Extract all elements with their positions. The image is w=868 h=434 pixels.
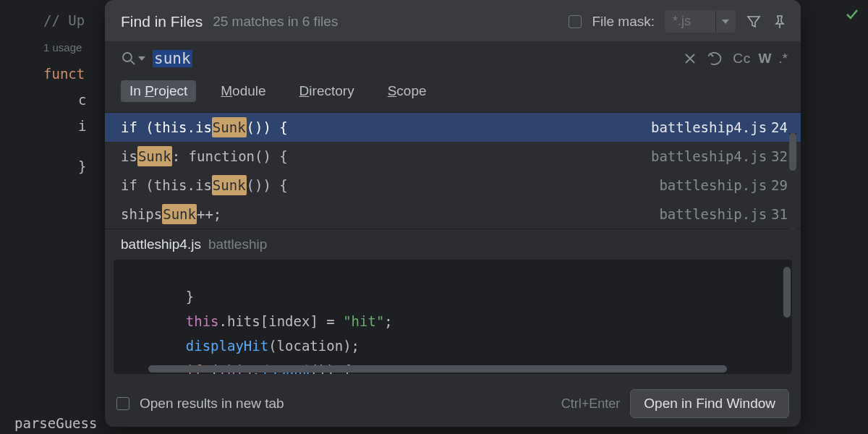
bg-funct: funct: [43, 66, 85, 82]
search-icon[interactable]: [121, 51, 145, 67]
open-in-find-window-button[interactable]: Open in Find Window: [630, 389, 789, 418]
open-in-new-tab-label: Open results in new tab: [140, 396, 284, 412]
search-row: sunk Cc W .*: [105, 41, 801, 72]
result-file: battleship4.js: [651, 117, 767, 137]
bg-line-i: i: [78, 118, 86, 134]
file-mask-combo[interactable]: [665, 10, 736, 33]
whole-word-toggle[interactable]: W: [758, 51, 771, 67]
result-line: 31: [771, 204, 788, 224]
scope-tabs: In Project Module Directory Scope: [105, 72, 801, 112]
result-code: if (this.isSunk()) {: [121, 175, 659, 195]
preview-path: battleship: [208, 237, 267, 252]
result-file: battleship.js: [659, 175, 767, 195]
bg-parseguess: parseGuess: [14, 415, 97, 431]
result-code: if (this.isSunk()) {: [121, 117, 651, 137]
tab-in-project[interactable]: In Project: [121, 80, 196, 102]
results-scrollbar[interactable]: [789, 133, 796, 239]
preview-pane[interactable]: } this.hits[index] = "hit"; displayHit(l…: [114, 260, 792, 374]
svg-line-1: [131, 61, 135, 64]
result-code: isSunk: function() {: [121, 146, 651, 166]
file-mask-label: File mask:: [592, 14, 655, 30]
result-line: 29: [771, 175, 788, 195]
dialog-subtitle: 25 matches in 6 files: [213, 14, 338, 30]
preview-gutter: [114, 260, 141, 374]
bg-line-c: c: [78, 92, 86, 108]
result-row[interactable]: if (this.isSunk()) {battleship.js29: [105, 171, 801, 200]
file-mask-checkbox[interactable]: [569, 15, 582, 28]
search-input[interactable]: sunk: [153, 50, 673, 67]
search-query: sunk: [153, 50, 192, 67]
result-row[interactable]: shipsSunk++;battleship.js31: [105, 200, 801, 229]
preview-scrollbar-vertical[interactable]: [783, 267, 791, 318]
result-file: battleship.js: [659, 204, 767, 224]
regex-toggle[interactable]: .*: [778, 51, 788, 67]
find-in-files-dialog: Find in Files 25 matches in 6 files File…: [105, 0, 801, 427]
history-icon[interactable]: [707, 52, 726, 65]
result-row[interactable]: if (this.isSunk()) {battleship4.js24: [105, 113, 801, 142]
result-file: battleship4.js: [651, 146, 767, 166]
bg-usage: 1 usage: [43, 41, 82, 54]
svg-point-0: [123, 53, 132, 61]
dialog-bottom-bar: Open results in new tab Ctrl+Enter Open …: [105, 380, 801, 427]
clear-search-icon[interactable]: [681, 53, 699, 64]
result-line: 32: [771, 146, 788, 166]
preview-filename: battleship4.js: [121, 237, 201, 252]
results-list: if (this.isSunk()) {battleship4.js24isSu…: [105, 112, 801, 229]
file-mask-dropdown[interactable]: [715, 10, 736, 33]
preview-scrollbar-horizontal[interactable]: [148, 365, 727, 373]
file-mask-input[interactable]: [665, 10, 715, 33]
result-row[interactable]: isSunk: function() {battleship4.js32: [105, 142, 801, 171]
results-scroll-thumb[interactable]: [789, 133, 796, 171]
result-line: 24: [771, 117, 788, 137]
filter-icon[interactable]: [746, 14, 762, 30]
checkmark-icon: [845, 7, 859, 22]
tab-module[interactable]: Module: [212, 80, 274, 102]
pin-icon[interactable]: [772, 14, 788, 30]
shortcut-hint: Ctrl+Enter: [561, 396, 621, 412]
match-case-toggle[interactable]: Cc: [733, 51, 751, 67]
preview-code: } this.hits[index] = "hit"; displayHit(l…: [114, 260, 792, 374]
dialog-header: Find in Files 25 matches in 6 files File…: [105, 0, 801, 41]
bg-brace: }: [78, 158, 86, 174]
tab-directory[interactable]: Directory: [291, 80, 363, 102]
tab-scope[interactable]: Scope: [379, 80, 435, 102]
open-in-new-tab-checkbox[interactable]: [116, 397, 129, 410]
result-code: shipsSunk++;: [121, 204, 659, 224]
bg-comment: // Up: [43, 12, 85, 28]
preview-header: battleship4.js battleship: [105, 229, 801, 260]
dialog-title: Find in Files: [121, 13, 203, 30]
